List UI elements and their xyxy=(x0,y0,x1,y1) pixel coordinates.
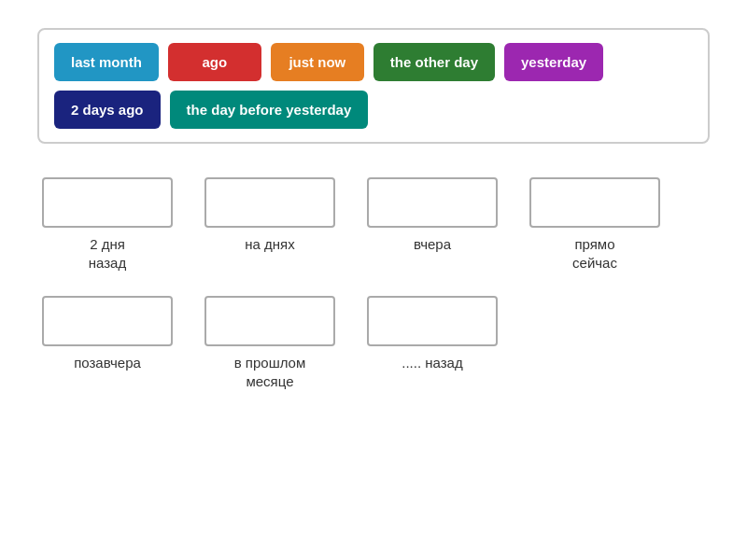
drop-label-drop-vchera: вчера xyxy=(414,235,451,254)
word-chip-ago[interactable]: ago xyxy=(168,43,261,81)
word-chip-day-before-yesterday[interactable]: the day before yesterday xyxy=(170,91,369,129)
drop-label-drop-2dnya: 2 дня назад xyxy=(89,235,126,272)
drop-item-drop-nadnyakh: на днях xyxy=(200,177,340,272)
drop-box-drop-pryamo[interactable] xyxy=(529,177,660,228)
drop-item-drop-pozavchera: позавчера xyxy=(37,296,177,390)
word-chip-just-now[interactable]: just now xyxy=(271,43,364,81)
word-chip-2-days-ago[interactable]: 2 days ago xyxy=(54,91,161,129)
word-chip-yesterday[interactable]: yesterday xyxy=(504,43,603,81)
drop-row-2: позавчерав прошлом месяце..... назад xyxy=(37,296,710,390)
source-area: last monthagojust nowthe other dayyester… xyxy=(37,28,710,144)
drop-box-drop-nadnyakh[interactable] xyxy=(204,177,335,228)
drop-item-drop-proshlom: в прошлом месяце xyxy=(200,296,340,390)
drop-item-drop-vchera: вчера xyxy=(362,177,502,272)
drop-label-drop-nadnyakh: на днях xyxy=(245,235,294,254)
drop-box-drop-vchera[interactable] xyxy=(367,177,498,228)
drop-box-drop-proshlom[interactable] xyxy=(204,296,335,346)
drop-box-drop-pozavchera[interactable] xyxy=(42,296,173,346)
drop-label-drop-proshlom: в прошлом месяце xyxy=(234,354,306,390)
drop-label-drop-pryamo: прямо сейчас xyxy=(572,235,617,272)
drop-box-drop-nazad[interactable] xyxy=(367,296,498,346)
drop-item-drop-pryamo: прямо сейчас xyxy=(525,177,665,272)
word-chip-the-other-day[interactable]: the other day xyxy=(374,43,495,81)
drop-item-drop-2dnya: 2 дня назад xyxy=(37,177,177,272)
drop-row-1: 2 дня назадна дняхвчерапрямо сейчас xyxy=(37,177,710,272)
drop-box-drop-2dnya[interactable] xyxy=(42,177,173,228)
word-chip-last-month[interactable]: last month xyxy=(54,43,159,81)
drop-label-drop-pozavchera: позавчера xyxy=(74,354,141,372)
drop-section: 2 дня назадна дняхвчерапрямо сейчас поза… xyxy=(37,177,710,396)
drop-label-drop-nazad: ..... назад xyxy=(402,354,462,372)
drop-item-drop-nazad: ..... назад xyxy=(362,296,502,390)
